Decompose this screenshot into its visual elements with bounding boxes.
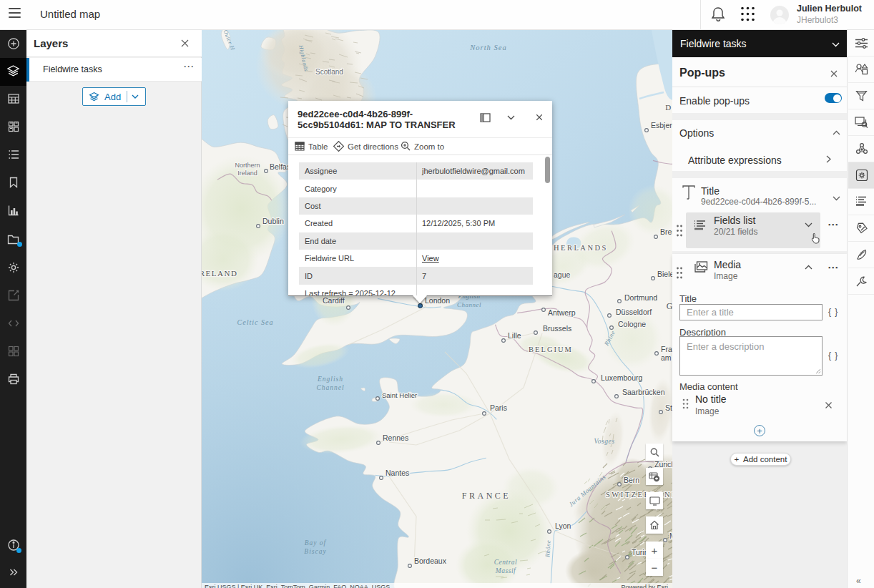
svg-text:Paris: Paris — [490, 403, 507, 412]
svg-text:Saarbrücken: Saarbrücken — [622, 388, 665, 396]
svg-text:Bremen: Bremen — [660, 227, 672, 236]
svg-text:London: London — [425, 296, 450, 305]
svg-text:Brussels: Brussels — [543, 324, 571, 333]
svg-text:Lyon: Lyon — [555, 521, 571, 530]
svg-text:Central: Central — [494, 559, 518, 566]
svg-text:Bern: Bern — [624, 476, 639, 484]
svg-text:ague: ague — [554, 270, 571, 279]
svg-text:Biscay: Biscay — [304, 548, 326, 555]
svg-text:Düsseldorf: Düsseldorf — [616, 308, 652, 316]
svg-text:Rennes: Rennes — [383, 433, 408, 442]
svg-text:Lille: Lille — [508, 331, 521, 340]
svg-text:Channel: Channel — [316, 384, 344, 391]
svg-text:Channel: Channel — [457, 301, 481, 308]
svg-text:Celtic Sea: Celtic Sea — [237, 318, 274, 326]
svg-text:Saint Helier: Saint Helier — [382, 391, 417, 399]
svg-text:Dortmund: Dortmund — [624, 293, 657, 302]
svg-text:Bordeaux: Bordeaux — [414, 557, 447, 565]
svg-text:Nantes: Nantes — [386, 469, 409, 477]
svg-text:Massif: Massif — [495, 567, 516, 574]
svg-text:Stu: Stu — [665, 403, 672, 412]
svg-text:GERMANY: GERMANY — [667, 301, 672, 311]
svg-text:Cologne: Cologne — [618, 320, 646, 328]
svg-text:North Sea: North Sea — [469, 44, 506, 52]
svg-text:Esbjerg: Esbjerg — [651, 121, 672, 129]
svg-text:Antwerp: Antwerp — [548, 308, 576, 317]
svg-text:Rhône: Rhône — [544, 539, 551, 558]
svg-text:BELGIUM: BELGIUM — [529, 346, 573, 353]
svg-text:DENMARK: DENMARK — [665, 103, 672, 112]
svg-text:Dublin: Dublin — [262, 217, 284, 225]
svg-text:Ireland: Ireland — [237, 170, 257, 177]
svg-text:Frankfu: Frankfu — [661, 345, 672, 353]
svg-text:Luxembourg: Luxembourg — [601, 373, 643, 382]
svg-text:am Ma: am Ma — [661, 353, 672, 362]
svg-text:Northern: Northern — [235, 162, 260, 169]
svg-text:Cardiff: Cardiff — [323, 296, 345, 305]
svg-text:Vosges: Vosges — [594, 438, 615, 445]
svg-text:Bay of: Bay of — [305, 539, 327, 547]
svg-text:Bielefeld: Bielefeld — [657, 270, 672, 278]
svg-text:Scotland: Scotland — [315, 68, 343, 76]
svg-text:English: English — [317, 376, 343, 383]
svg-text:IRELAND: IRELAND — [202, 269, 237, 278]
svg-text:FRANCE: FRANCE — [462, 491, 511, 501]
